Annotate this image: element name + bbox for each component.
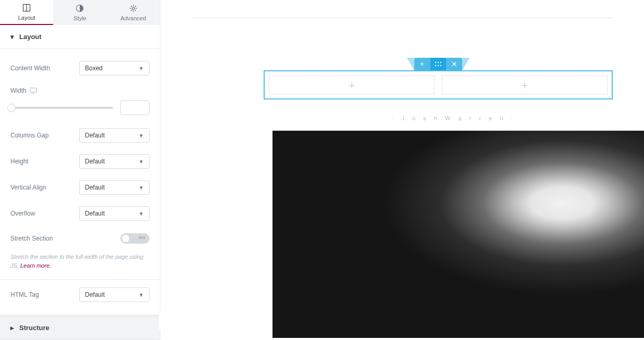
label-columns-gap: Columns Gap: [10, 132, 48, 139]
tab-advanced[interactable]: Advanced: [107, 0, 160, 25]
plus-icon: ＋: [519, 78, 530, 92]
svg-point-15: [438, 62, 439, 63]
svg-point-16: [440, 62, 441, 63]
panel-title: Layout: [19, 33, 42, 41]
panel-title: Structure: [19, 324, 49, 332]
section-handle: ＋ ✕: [414, 58, 462, 70]
contrast-icon: [76, 4, 84, 12]
stretch-help-text: Stretch the section to the full width of…: [10, 250, 150, 270]
plus-icon: ＋: [346, 78, 357, 92]
column-2-add[interactable]: ＋: [442, 75, 608, 94]
svg-rect-12: [30, 88, 36, 92]
label-content-width: Content Width: [10, 65, 50, 72]
width-input[interactable]: [120, 100, 150, 115]
row-columns-gap: Columns Gap Default ▼: [10, 122, 150, 148]
caret-down-icon: ▾: [10, 33, 14, 41]
label-overflow: Overflow: [10, 210, 35, 217]
select-html-tag[interactable]: Default ▼: [79, 287, 150, 302]
desktop-icon[interactable]: [30, 87, 37, 94]
toggle-state: NO: [139, 235, 145, 240]
select-value: Default: [85, 132, 105, 139]
select-value: Default: [85, 291, 105, 298]
tab-label: Style: [73, 15, 86, 21]
toggle-knob: [122, 235, 129, 242]
tab-layout[interactable]: Layout: [0, 0, 53, 26]
select-columns-gap[interactable]: Default ▼: [79, 128, 150, 143]
editor-canvas: ＋ ✕ ＋ ＋ · J o s h W a r r e n ·: [160, 0, 644, 340]
slider-thumb[interactable]: [7, 104, 16, 112]
select-value: Default: [85, 184, 105, 191]
delete-section-button[interactable]: ✕: [446, 58, 462, 70]
section-wrapper: ＋ ✕ ＋ ＋: [264, 58, 613, 99]
select-height[interactable]: Default ▼: [79, 154, 150, 169]
label-height: Height: [10, 158, 29, 165]
label-stretch-section: Stretch Section: [10, 235, 53, 242]
tab-style[interactable]: Style: [53, 0, 106, 25]
select-vertical-align[interactable]: Default ▼: [79, 180, 150, 195]
content-image: [273, 131, 644, 338]
chevron-down-icon: ▼: [139, 159, 144, 165]
learn-more-link[interactable]: Learn more.: [20, 262, 51, 269]
select-value: Default: [85, 210, 105, 217]
svg-point-14: [435, 62, 436, 63]
select-value: Default: [85, 158, 105, 165]
svg-line-8: [131, 6, 131, 6]
caret-right-icon: ▸: [10, 324, 14, 332]
row-content-width: Content Width Boxed ▼: [10, 55, 150, 81]
row-height: Height Default ▼: [10, 148, 150, 174]
select-value: Boxed: [85, 65, 103, 72]
select-overflow[interactable]: Default ▼: [79, 206, 150, 221]
image-caption: · J o s h W a r r e n ·: [264, 115, 644, 121]
label-html-tag: HTML Tag: [10, 291, 39, 298]
width-slider[interactable]: [10, 107, 113, 109]
svg-point-18: [438, 65, 439, 66]
tab-label: Layout: [18, 15, 35, 21]
panel-header-structure[interactable]: ▸ Structure: [0, 316, 160, 340]
chevron-down-icon: ▼: [139, 211, 144, 217]
svg-point-17: [435, 65, 436, 66]
svg-point-3: [132, 7, 134, 9]
chevron-down-icon: ▼: [139, 292, 144, 298]
layout-icon: [22, 4, 31, 12]
chevron-down-icon: ▼: [139, 185, 144, 191]
chevron-down-icon: ▼: [139, 66, 144, 71]
chevron-down-icon: ▼: [139, 133, 144, 138]
select-content-width[interactable]: Boxed ▼: [79, 61, 150, 75]
tab-label: Advanced: [120, 15, 146, 21]
gear-icon: [129, 4, 138, 12]
editor-sidebar: Layout Style Advanced ▾ Layout Content W…: [0, 0, 160, 340]
row-html-tag: HTML Tag Default ▼: [10, 282, 150, 308]
grip-icon: [435, 61, 442, 67]
toggle-stretch-section[interactable]: NO: [120, 233, 150, 244]
label-width: Width: [10, 87, 37, 94]
tabs-bar: Layout Style Advanced: [0, 0, 160, 25]
label-vertical-align: Vertical Align: [10, 184, 46, 191]
section[interactable]: ＋ ＋: [264, 70, 613, 99]
panel-header-layout[interactable]: ▾ Layout: [0, 25, 160, 49]
column-1-add[interactable]: ＋: [269, 75, 435, 94]
edit-section-button[interactable]: [430, 58, 447, 70]
row-overflow: Overflow Default ▼: [10, 200, 150, 226]
close-icon: ✕: [451, 60, 457, 68]
width-slider-wrap: [10, 100, 150, 115]
row-vertical-align: Vertical Align Default ▼: [10, 174, 150, 200]
svg-line-10: [135, 6, 135, 6]
add-section-button[interactable]: ＋: [414, 58, 430, 70]
layout-controls-2: HTML Tag Default ▼: [0, 280, 160, 316]
svg-point-19: [440, 65, 441, 66]
row-stretch-section: Stretch Section NO: [10, 226, 150, 250]
plus-icon: ＋: [418, 59, 426, 69]
divider: [192, 18, 613, 18]
layout-controls: Content Width Boxed ▼ Width Columns Gap …: [0, 49, 160, 280]
svg-line-11: [131, 10, 131, 10]
svg-line-9: [135, 10, 135, 10]
row-width: Width: [10, 81, 150, 122]
